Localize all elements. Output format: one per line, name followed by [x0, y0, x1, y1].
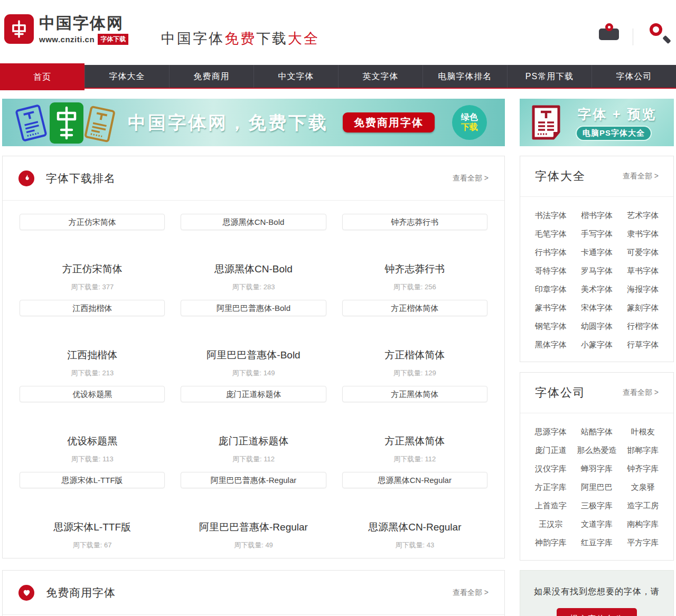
company-link[interactable]: 红豆字库	[574, 533, 619, 552]
category-link[interactable]: 隶书字体	[620, 224, 666, 243]
category-link[interactable]: 可爱字体	[620, 243, 666, 261]
font-preview-box[interactable]: 庞门正道标题体	[181, 386, 326, 402]
nav-item-all-fonts[interactable]: 字体大全	[84, 65, 169, 88]
company-link[interactable]: 庞门正道	[528, 441, 574, 459]
sidebar-banner[interactable]: 字体 + 预览 电脑PS字体大全	[520, 99, 674, 146]
company-link[interactable]: 蝉羽字库	[574, 459, 619, 478]
font-name[interactable]: 方正楷体简体	[342, 348, 487, 362]
font-name[interactable]: 方正仿宋简体	[20, 262, 165, 276]
company-link[interactable]: 王汉宗	[528, 515, 574, 533]
company-link[interactable]: 邯郸字库	[620, 441, 666, 459]
nav-item-ps-downloads[interactable]: PS常用下载	[507, 65, 592, 88]
company-link[interactable]: 叶根友	[620, 422, 666, 441]
font-card[interactable]: 方正黑体简体 方正黑体简体 周下载量: 112	[342, 379, 487, 465]
font-preview-box[interactable]: 思源宋体L-TTF版	[20, 472, 165, 488]
font-card[interactable]: 思源黑体CN-Regular 思源黑体CN-Regular 周下载量: 43	[342, 465, 487, 551]
nav-item-home[interactable]: 首页	[0, 63, 84, 90]
category-link[interactable]: 毛笔字体	[528, 224, 574, 243]
category-link[interactable]: 宋体字体	[574, 298, 619, 317]
category-link[interactable]: 书法字体	[528, 206, 574, 224]
font-preview-box[interactable]: 阿里巴巴普惠体-Regular	[181, 472, 326, 488]
font-card[interactable]: 庞门正道标题体 庞门正道标题体 周下载量: 112	[181, 379, 326, 465]
font-card[interactable]: 优设标题黑 优设标题黑 周下载量: 113	[20, 379, 165, 465]
category-link[interactable]: 美术字体	[574, 280, 619, 298]
font-card[interactable]: 方正仿宋简体 方正仿宋简体 周下载量: 377	[20, 207, 165, 293]
font-name[interactable]: 方正黑体简体	[342, 434, 487, 448]
category-link[interactable]: 小篆字体	[574, 335, 619, 354]
category-link[interactable]: 艺术字体	[620, 206, 666, 224]
font-card[interactable]: 思源黑体CN-Bold 思源黑体CN-Bold 周下载量: 283	[181, 207, 326, 293]
company-link[interactable]: 南构字库	[620, 515, 666, 533]
font-name[interactable]: 钟齐志莽行书	[342, 262, 487, 276]
category-link[interactable]: 草书字体	[620, 261, 666, 280]
free-view-all-link[interactable]: 查看全部 >	[453, 588, 489, 598]
font-name[interactable]: 思源黑体CN-Regular	[342, 520, 487, 534]
category-link[interactable]: 楷书字体	[574, 206, 619, 224]
font-card[interactable]: 阿里巴巴普惠体-Regular 阿里巴巴普惠体-Regular 周下载量: 49	[181, 465, 326, 551]
category-link[interactable]: 钢笔字体	[528, 317, 574, 335]
banner-free-commercial-button[interactable]: 免费商用字体	[343, 112, 435, 132]
font-preview-box[interactable]: 方正楷体简体	[342, 300, 487, 316]
nav-item-chinese-fonts[interactable]: 中文字体	[253, 65, 338, 88]
font-preview-box[interactable]: 江西拙楷体	[20, 300, 165, 316]
company-link[interactable]: 钟齐字库	[620, 459, 666, 478]
font-name[interactable]: 阿里巴巴普惠体-Regular	[181, 520, 326, 534]
company-link[interactable]: 文道字库	[574, 515, 619, 533]
company-link[interactable]: 方正字库	[528, 478, 574, 496]
banner-green-download-badge[interactable]: 绿色 下载	[452, 105, 487, 140]
font-name[interactable]: 阿里巴巴普惠体-Bold	[181, 348, 326, 362]
category-link[interactable]: 罗马字体	[574, 261, 619, 280]
company-link[interactable]: 造字工房	[620, 496, 666, 515]
user-icon[interactable]	[599, 23, 619, 44]
company-link[interactable]: 那么热爱造	[574, 441, 619, 459]
category-link[interactable]: 行书字体	[528, 243, 574, 261]
category-link[interactable]: 篆书字体	[528, 298, 574, 317]
category-link[interactable]: 卡通字体	[574, 243, 619, 261]
company-link[interactable]: 平方字库	[620, 533, 666, 552]
company-link[interactable]: 站酷字体	[574, 422, 619, 441]
company-link[interactable]: 思源字体	[528, 422, 574, 441]
main-banner[interactable]: 中国字体网，免费下载 免费商用字体 绿色 下载	[2, 99, 505, 146]
category-link[interactable]: 篆刻字体	[620, 298, 666, 317]
nav-item-font-companies[interactable]: 字体公司	[592, 65, 676, 88]
font-preview-box[interactable]: 优设标题黑	[20, 386, 165, 402]
font-name[interactable]: 思源黑体CN-Bold	[181, 262, 326, 276]
category-link[interactable]: 幼圆字体	[574, 317, 619, 335]
font-name[interactable]: 江西拙楷体	[20, 348, 165, 362]
site-logo[interactable]: 中国字体网 www.cnziti.cn 字体下载	[4, 14, 128, 45]
font-card[interactable]: 方正楷体简体 方正楷体简体 周下载量: 129	[342, 293, 487, 379]
font-preview-box[interactable]: 方正黑体简体	[342, 386, 487, 402]
companies-view-all-link[interactable]: 查看全部 >	[623, 388, 659, 397]
category-link[interactable]: 黑体字体	[528, 335, 574, 354]
font-card[interactable]: 钟齐志莽行书 钟齐志莽行书 周下载量: 256	[342, 207, 487, 293]
company-link[interactable]: 神韵字库	[528, 533, 574, 552]
category-link[interactable]: 印章字体	[528, 280, 574, 298]
font-preview-box[interactable]: 思源黑体CN-Regular	[342, 472, 487, 488]
company-link[interactable]: 三极字库	[574, 496, 619, 515]
category-link[interactable]: 行楷字体	[620, 317, 666, 335]
nav-item-pc-ranking[interactable]: 电脑字体排名	[422, 65, 507, 88]
categories-view-all-link[interactable]: 查看全部 >	[623, 172, 659, 181]
ranking-view-all-link[interactable]: 查看全部 >	[453, 174, 489, 183]
nav-item-english-fonts[interactable]: 英文字体	[338, 65, 422, 88]
font-name[interactable]: 优设标题黑	[20, 434, 165, 448]
font-card[interactable]: 阿里巴巴普惠体-Bold 阿里巴巴普惠体-Bold 周下载量: 149	[181, 293, 326, 379]
company-link[interactable]: 汉仪字库	[528, 459, 574, 478]
category-link[interactable]: 哥特字体	[528, 261, 574, 280]
category-link[interactable]: 行草字体	[620, 335, 666, 354]
company-link[interactable]: 阿里巴巴	[574, 478, 619, 496]
font-preview-box[interactable]: 思源黑体CN-Bold	[181, 214, 326, 230]
search-icon[interactable]	[650, 23, 672, 45]
font-preview-box[interactable]: 方正仿宋简体	[20, 214, 165, 230]
category-link[interactable]: 手写字体	[574, 224, 619, 243]
font-name[interactable]: 庞门正道标题体	[181, 434, 326, 448]
font-card[interactable]: 江西拙楷体 江西拙楷体 周下载量: 213	[20, 293, 165, 379]
font-preview-box[interactable]: 钟齐志莽行书	[342, 214, 487, 230]
font-preview-box[interactable]: 阿里巴巴普惠体-Bold	[181, 300, 326, 316]
nav-item-free-commercial[interactable]: 免费商用	[169, 65, 253, 88]
category-link[interactable]: 海报字体	[620, 280, 666, 298]
font-card[interactable]: 思源宋体L-TTF版 思源宋体L-TTF版 周下载量: 67	[20, 465, 165, 551]
company-link[interactable]: 上首造字	[528, 496, 574, 515]
submit-font-name-button[interactable]: 提交字体名称	[557, 608, 637, 616]
company-link[interactable]: 文泉驿	[620, 478, 666, 496]
